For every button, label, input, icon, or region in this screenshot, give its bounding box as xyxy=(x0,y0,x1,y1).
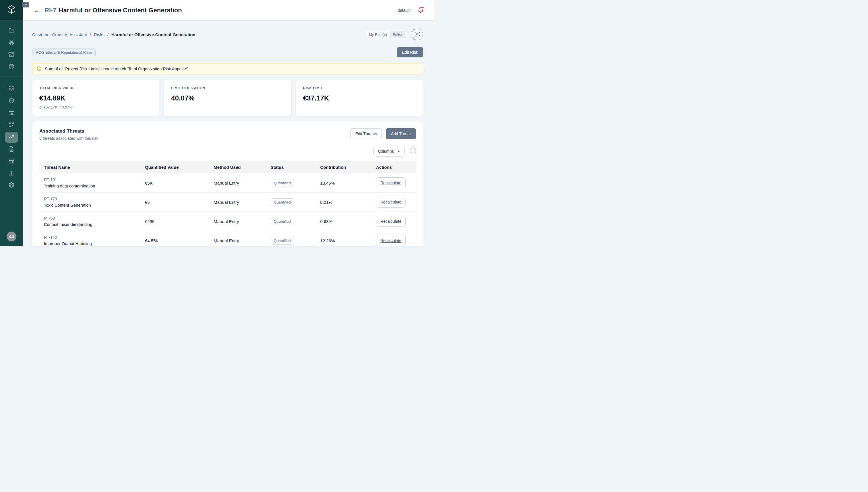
recalculate-button[interactable]: Recalculate xyxy=(376,216,405,227)
sidebar-expand-button[interactable]: » xyxy=(22,2,29,7)
breadcrumb-separator: / xyxy=(90,32,91,37)
contribution: 13.45% xyxy=(320,180,376,186)
threat-id-link[interactable]: RT-142 xyxy=(44,235,145,240)
hierarchy-icon xyxy=(8,39,15,47)
maximize-icon xyxy=(411,148,416,154)
roles-box: My Role(s) Editor xyxy=(365,29,407,40)
gear-icon xyxy=(8,182,15,189)
folder-icon xyxy=(8,27,15,34)
breadcrumb: Customer Credit AI Assistant / Risks / H… xyxy=(32,32,195,37)
quantified-value: €4.55K xyxy=(145,238,214,243)
assistant-scan-icon xyxy=(415,31,420,38)
sidebar-item-dashboard[interactable] xyxy=(5,83,18,94)
roles-label: My Role(s) xyxy=(369,32,387,37)
trending-up-icon xyxy=(8,134,15,141)
sidebar-item-registers[interactable] xyxy=(5,156,18,167)
stat-card-limit-utilization: LIMIT UTILIZATION 40.07% xyxy=(164,79,291,116)
contribution: 0.01% xyxy=(320,200,376,205)
threat-id-link[interactable]: RT-60 xyxy=(44,216,145,220)
edit-risk-button[interactable]: Edit Risk xyxy=(397,47,423,57)
column-header-actions: Actions xyxy=(376,165,411,170)
sidebar-item-processes[interactable] xyxy=(5,120,18,131)
document-icon xyxy=(8,146,15,153)
help-icon xyxy=(8,64,15,71)
status-badge: Quantified xyxy=(271,198,294,206)
logo-icon xyxy=(7,5,16,16)
chevrons-right-icon: » xyxy=(25,3,27,6)
shield-check-icon xyxy=(8,98,15,105)
threat-name: Toxic Content Generation xyxy=(44,203,91,207)
bar-chart-icon xyxy=(8,170,15,177)
stat-subtext: of €37.17K (40.07%) xyxy=(39,105,152,109)
quantified-value: €5 xyxy=(145,200,214,205)
recalculate-button[interactable]: Recalculate xyxy=(376,197,405,207)
threats-title: Associated Threats xyxy=(39,128,98,134)
sidebar-item-risks[interactable] xyxy=(5,132,18,143)
info-icon xyxy=(36,66,42,72)
threat-name: Training data contamination xyxy=(44,184,95,188)
sidebar-item-help[interactable] xyxy=(5,62,18,72)
sidebar-item-documents[interactable] xyxy=(5,144,18,155)
back-button[interactable]: ← xyxy=(33,6,40,14)
sidebar-nav-main xyxy=(5,77,18,191)
banner-message: Sum of all 'Project Risk Limits' should … xyxy=(45,67,189,71)
sidebar-item-projects[interactable] xyxy=(5,25,18,36)
stat-value: €37.17K xyxy=(303,94,416,102)
sidebar-nav-top xyxy=(5,25,18,72)
top-header: ← RI-7Harmful or Offensive Content Gener… xyxy=(23,0,434,21)
status-badge: Quantified xyxy=(271,218,294,225)
columns-label: Columns xyxy=(378,149,394,153)
stat-label: LIMIT UTILIZATION xyxy=(171,86,284,90)
columns-dropdown[interactable]: Columns xyxy=(373,146,405,157)
user-avatar[interactable]: CJ xyxy=(7,232,16,241)
recalculate-button[interactable]: Recalculate xyxy=(376,177,405,188)
sidebar-item-controls[interactable] xyxy=(5,108,18,119)
edit-threats-button[interactable]: Edit Threats xyxy=(350,128,382,139)
column-header-method-used: Method Used xyxy=(214,165,270,170)
table-row: RT-60Context misunderstanding €235 Manua… xyxy=(39,212,416,231)
breadcrumb-project-link[interactable]: Customer Credit AI Assistant xyxy=(32,32,87,37)
table-header-row: Threat Name Quantified Value Method Used… xyxy=(39,161,416,173)
table-row: RT-101Training data contamination €5K Ma… xyxy=(39,173,416,193)
column-header-status: Status xyxy=(271,165,320,170)
risk-id: RI-7 xyxy=(45,7,56,14)
dashboard-icon xyxy=(8,85,15,93)
method-used: Manual Entry xyxy=(214,200,270,205)
recalculate-button[interactable]: Recalculate xyxy=(376,235,405,246)
stat-label: TOTAL RISK VALUE xyxy=(39,86,152,90)
table-icon xyxy=(8,158,15,165)
app-logo[interactable] xyxy=(0,0,23,20)
workflow-icon xyxy=(8,122,15,129)
sidebar-item-hierarchy[interactable] xyxy=(5,37,18,48)
sidebar-item-compliance[interactable] xyxy=(5,96,18,106)
fullscreen-button[interactable] xyxy=(411,148,416,154)
store-icon xyxy=(8,51,15,58)
chevron-down-icon xyxy=(397,151,400,152)
quantified-value: €5K xyxy=(145,180,214,186)
breadcrumb-current: Harmful or Offensive Content Generation xyxy=(111,32,196,37)
main-area: ← RI-7Harmful or Offensive Content Gener… xyxy=(23,0,434,246)
stat-value: 40.07% xyxy=(171,94,284,102)
threat-id-link[interactable]: RT-179 xyxy=(44,197,145,201)
contribution: 0.63% xyxy=(320,219,376,224)
stat-card-risk-limit: RISK LIMIT €37.17K xyxy=(296,79,423,116)
threat-name: Context misunderstanding xyxy=(44,222,92,227)
stat-card-total-risk-value: TOTAL RISK VALUE €14.89K of €37.17K (40.… xyxy=(32,79,159,116)
threat-id-link[interactable]: RT-101 xyxy=(44,177,145,182)
sidebar-item-reports[interactable] xyxy=(5,168,18,179)
notifications-button[interactable] xyxy=(418,7,424,14)
status-badge: Quantified xyxy=(271,179,294,187)
add-threat-button[interactable]: Add Threat xyxy=(386,128,416,139)
assistant-button[interactable] xyxy=(412,29,423,40)
page-title: RI-7Harmful or Offensive Content Generat… xyxy=(45,7,182,14)
column-header-threat-name: Threat Name xyxy=(44,165,145,170)
risk-category-tag: RC-3 Ethical & Reputational Risks xyxy=(32,49,96,56)
breadcrumb-risks-link[interactable]: Risks xyxy=(94,32,104,37)
sidebar-item-settings[interactable] xyxy=(5,180,18,191)
environment-selector[interactable]: default xyxy=(398,8,410,13)
stat-label: RISK LIMIT xyxy=(303,86,416,90)
sliders-icon xyxy=(8,109,15,117)
sidebar-item-store[interactable] xyxy=(5,49,18,60)
contribution: 12.26% xyxy=(320,238,376,243)
stat-value: €14.89K xyxy=(39,94,152,102)
